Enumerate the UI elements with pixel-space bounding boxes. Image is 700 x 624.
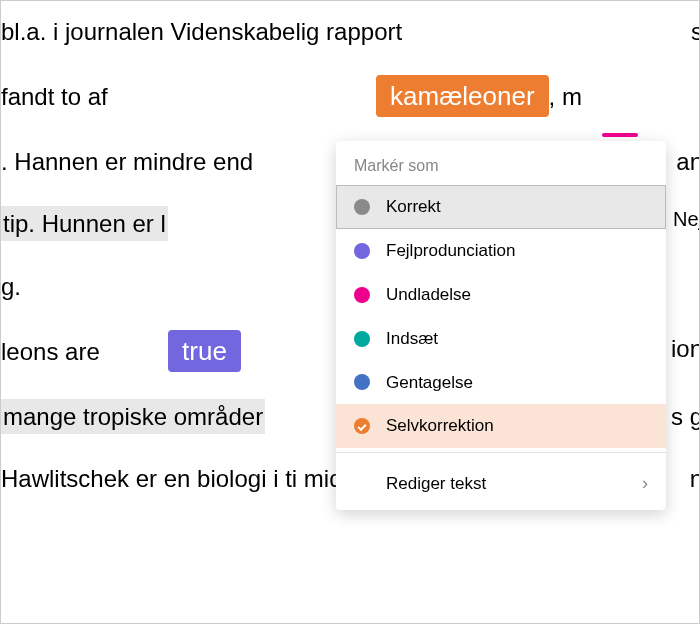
text-fragment: Hawlitschek er en biologi i ti midte	[1, 465, 363, 492]
mark-selfcorrection-option[interactable]: Selvkorrektion	[336, 404, 666, 448]
text-fragment: ion	[671, 318, 700, 380]
word-mispronunciation-highlight[interactable]: true	[168, 330, 241, 372]
mark-omission-option[interactable]: Undladelse	[336, 273, 666, 317]
option-label: Selvkorrektion	[386, 414, 494, 438]
edit-text-label: Rediger tekst	[354, 472, 486, 496]
text-fragment: leons are	[1, 338, 106, 365]
mark-as-popup: Markér som Korrekt Fejlprodunciation Und…	[336, 141, 666, 510]
dot-repetition-icon	[354, 374, 370, 390]
text-fragment: an	[676, 131, 700, 193]
popup-divider	[336, 452, 666, 453]
chevron-right-icon: ›	[642, 471, 648, 496]
mark-mispronunciation-option[interactable]: Fejlprodunciation	[336, 229, 666, 273]
text-fragment: . Hannen er mindre end	[1, 148, 253, 175]
text-fragment: g.	[1, 273, 21, 300]
word-error-highlight[interactable]: kamæleoner	[376, 75, 549, 117]
edit-text-option[interactable]: Rediger tekst ›	[336, 457, 666, 510]
dot-correct-icon	[354, 199, 370, 215]
dot-omission-icon	[354, 287, 370, 303]
text-fragment: fandt to af	[1, 83, 108, 110]
text-fragment: s g	[671, 386, 700, 448]
text-fragment: bl.a. i journalen Videnskabelig rapport	[1, 18, 402, 45]
option-label: Fejlprodunciation	[386, 239, 515, 263]
text-fragment-grey: tip. Hunnen er l	[1, 206, 168, 241]
mark-repetition-option[interactable]: Gentagelse	[336, 361, 666, 405]
option-label: Gentagelse	[386, 371, 473, 395]
popup-header: Markér som	[336, 141, 666, 185]
text-fragment: Nej	[673, 193, 700, 245]
text-fragment: , m	[549, 83, 582, 110]
text-fragment-grey: mange tropiske områder	[1, 399, 265, 434]
option-label: Indsæt	[386, 327, 438, 351]
dot-insertion-icon	[354, 331, 370, 347]
dot-selfcorrection-check-icon	[354, 418, 370, 434]
mark-correct-option[interactable]: Korrekt	[336, 185, 666, 229]
dot-mispronunciation-icon	[354, 243, 370, 259]
text-fragment: s	[691, 1, 700, 63]
text-fragment: n	[690, 448, 700, 510]
mark-insertion-option[interactable]: Indsæt	[336, 317, 666, 361]
option-label: Korrekt	[386, 195, 441, 219]
option-label: Undladelse	[386, 283, 471, 307]
